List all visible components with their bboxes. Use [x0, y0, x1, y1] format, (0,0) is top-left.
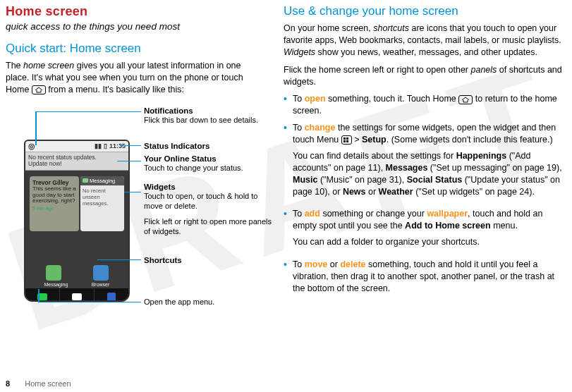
signal-icon: ▮▮ — [95, 142, 102, 149]
page-subtitle: quick access to the things you need most — [6, 20, 267, 33]
envelope-icon — [83, 178, 88, 183]
text: or — [327, 259, 340, 269]
text: To — [293, 209, 305, 219]
messaging-widget-body: No recent unseen messages. — [80, 185, 124, 231]
text: ("Set up widgets" on page 24). — [413, 187, 535, 197]
home-icon — [458, 95, 473, 104]
text: To — [293, 123, 305, 133]
messages-bold: Messages — [386, 163, 428, 173]
home-screen-italic: home screen — [23, 61, 74, 71]
3g-icon: ▯ — [104, 142, 107, 149]
label: Messaging — [44, 282, 68, 287]
text: > — [352, 135, 362, 145]
menu-icon — [341, 135, 352, 145]
action-move: move — [305, 259, 328, 269]
callout-notifications: Notifications Flick this bar down to see… — [144, 106, 264, 125]
online-status-banner: No recent status updates. Update now! — [25, 152, 128, 171]
bullet-change-sub: You can find details about the settings … — [293, 150, 566, 198]
phone-mockup: ◎ ▮▮ ▯ 11:35 No recent status updates. U… — [24, 140, 130, 302]
weather-bold: Weather — [379, 187, 413, 197]
music-bold: Music — [293, 175, 317, 185]
text: . (Some widgets don't include this featu… — [387, 135, 553, 145]
page-number: 8 — [6, 379, 10, 388]
page-footer: 8 Home screen — [6, 379, 71, 388]
clock: 11:35 — [109, 142, 126, 149]
leader-line — [35, 111, 37, 145]
callout-body: Touch to open, or touch & hold to move o… — [144, 192, 278, 212]
bullet-add: To add something or change your wallpape… — [284, 208, 566, 254]
label: Browser — [92, 282, 110, 287]
quick-start-heading: Quick start: Home screen — [6, 42, 267, 56]
callout-online-status: Your Online Status Touch to change your … — [144, 154, 278, 173]
text: or — [366, 187, 379, 197]
text: show you news, weather, messages, and ot… — [315, 47, 537, 57]
bullet-move-delete: To move or delete something, touch and h… — [284, 259, 566, 295]
happenings-bold: Happenings — [456, 151, 507, 161]
callout-flick-panels: Flick left or right to open more panels … — [144, 217, 278, 237]
right-p1: On your home screen, shortcuts are icons… — [284, 23, 566, 59]
leader-line — [117, 161, 141, 162]
text: Flick the home screen left or right to o… — [284, 65, 470, 75]
text: from a menu. It's basically like this: — [46, 85, 184, 94]
text: You can find details about the settings … — [293, 151, 456, 161]
shortcut-browser: Browser — [92, 265, 110, 287]
left-column: Home screen quick access to the things y… — [6, 4, 267, 389]
dock-fixed-row — [25, 288, 128, 302]
messaging-widget-header: Messaging — [80, 176, 124, 185]
callout-status-indicators: Status Indicators — [144, 141, 264, 151]
right-column: Use & change your home screen On your ho… — [284, 4, 566, 389]
text: something or change your — [320, 209, 427, 219]
leader-line — [124, 192, 141, 193]
leader-line — [120, 145, 141, 147]
social-widget-card: Trevor Gilley This seems like a good day… — [30, 176, 79, 231]
status-bar: ◎ ▮▮ ▯ 11:35 — [25, 141, 128, 152]
text: ("Set up messaging" on page 19), — [427, 163, 561, 173]
dock-shortcuts: Messaging Browser — [25, 262, 128, 287]
bullet-open: To open something, touch it. Touch Home … — [284, 93, 566, 117]
callout-app-menu: Open the app menu. — [144, 298, 264, 307]
text: menu. — [491, 221, 518, 231]
callout-shortcuts: Shortcuts — [144, 255, 264, 265]
home-screen-diagram: ◎ ▮▮ ▯ 11:35 No recent status updates. U… — [6, 106, 267, 317]
use-change-heading: Use & change your home screen — [284, 4, 566, 18]
action-delete: delete — [340, 259, 365, 269]
text: something, touch it. Touch Home — [326, 94, 459, 104]
footer-section: Home screen — [25, 379, 71, 388]
callout-title: Shortcuts — [144, 255, 264, 265]
phone-home-body: No recent status updates. Update now! Tr… — [25, 152, 128, 300]
phone-dock: Messaging Browser — [25, 262, 128, 300]
widgets-italic: Widgets — [284, 47, 315, 57]
contacts-button — [95, 288, 128, 302]
leader-line — [38, 289, 39, 302]
app-menu-button — [60, 288, 95, 302]
callout-title: Widgets — [144, 182, 278, 192]
text: To — [293, 259, 305, 269]
social-status-bold: Social Status — [407, 175, 463, 185]
action-add: add — [305, 209, 320, 219]
leader-line — [97, 259, 141, 261]
home-icon — [32, 85, 46, 94]
callout-body: Flick left or right to open more panels … — [144, 217, 278, 237]
panels-italic: panels — [471, 65, 497, 75]
text: To — [293, 94, 305, 104]
text: Messaging — [90, 178, 115, 184]
add-to-home-bold: Add to Home screen — [405, 221, 491, 231]
news-bold: News — [343, 187, 366, 197]
page: Home screen quick access to the things y… — [0, 0, 572, 392]
text: The — [6, 61, 23, 71]
shortcuts-italic: shortcuts — [373, 23, 409, 33]
text: ("Music" on page 31), — [317, 175, 406, 185]
leader-line — [38, 302, 141, 303]
widget-ago: 5 min ago — [32, 206, 76, 211]
callout-body: Flick this bar down to see details. — [144, 116, 264, 125]
callout-title: Status Indicators — [144, 141, 264, 151]
leader-line — [35, 111, 141, 113]
callout-widgets: Widgets Touch to open, or touch & hold t… — [144, 182, 278, 212]
bullet-list: To open something, touch it. Touch Home … — [284, 93, 566, 294]
bullet-change: To change the settings for some widgets,… — [284, 122, 566, 203]
page-title: Home screen — [6, 4, 267, 19]
intro-paragraph: The home screen gives you all your lates… — [6, 60, 267, 96]
callout-body: Touch to change your status. — [144, 164, 278, 173]
right-p2: Flick the home screen left or right to o… — [284, 64, 566, 88]
setup-bold: Setup — [362, 135, 387, 145]
